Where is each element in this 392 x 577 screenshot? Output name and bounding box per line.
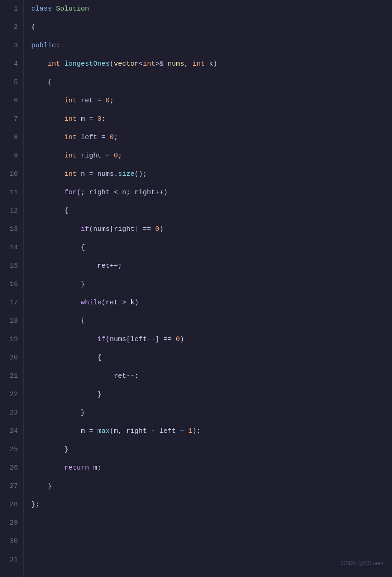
token: 0: [110, 134, 114, 141]
line-number: 3: [0, 37, 18, 55]
token: );: [192, 427, 201, 435]
line-number: 10: [0, 165, 18, 184]
line-number: 30: [0, 532, 18, 551]
token: [31, 115, 64, 123]
token: [31, 336, 97, 343]
line-number: 14: [0, 239, 18, 257]
code-line: int right = 0;: [31, 147, 392, 165]
token: Solution: [56, 5, 89, 13]
token: [31, 464, 64, 472]
token: ;: [101, 115, 106, 123]
token: int: [48, 60, 60, 68]
token: [31, 170, 64, 178]
code-line: }: [31, 275, 392, 294]
line-number: 6: [0, 92, 18, 110]
token: for: [64, 189, 77, 196]
code-line: {: [31, 312, 392, 331]
code-line: ret--;: [31, 367, 392, 386]
token: left =: [77, 134, 110, 141]
token: right =: [77, 152, 114, 160]
code-line: for(; right < n; right++): [31, 184, 392, 202]
line-number: 25: [0, 441, 18, 459]
code-line: int n = nums.size();: [31, 165, 392, 184]
token: int: [64, 170, 77, 178]
token: class: [31, 5, 56, 13]
token: int: [64, 134, 77, 141]
token: [31, 299, 81, 307]
token: }: [31, 446, 68, 454]
token: int: [64, 97, 77, 105]
line-number: 23: [0, 404, 18, 422]
token: ;: [118, 152, 122, 160]
token: ret =: [77, 97, 106, 105]
token: n = nums.: [77, 170, 118, 178]
code-line: }: [31, 441, 392, 459]
token: {: [31, 23, 35, 31]
token: }: [31, 391, 101, 398]
code-line: [31, 532, 392, 551]
code-line: };: [31, 496, 392, 514]
code-line: {: [31, 73, 392, 92]
token: vector: [114, 60, 139, 68]
token: 1: [188, 427, 192, 435]
line-number: 22: [0, 386, 18, 404]
code-body: class Solution{public: int longestOnes(v…: [24, 0, 392, 577]
code-line: int longestOnes(vector<int>& nums, int k…: [31, 55, 392, 73]
token: max: [97, 427, 110, 435]
token: [60, 60, 64, 68]
line-number: 24: [0, 422, 18, 441]
token: if: [81, 225, 89, 233]
token: if: [97, 336, 106, 343]
token: (; right < n; right++): [77, 189, 168, 196]
token: int: [64, 152, 77, 160]
code-line: public:: [31, 37, 392, 55]
code-line: int m = 0;: [31, 110, 392, 129]
token: <: [139, 60, 143, 68]
token: {: [31, 354, 101, 362]
code-line: {: [31, 349, 392, 367]
line-number: 21: [0, 367, 18, 386]
token: 0: [155, 225, 159, 233]
code-line: {: [31, 18, 392, 37]
code-line: int left = 0;: [31, 129, 392, 147]
code-line: {: [31, 202, 392, 220]
token: {: [31, 244, 85, 252]
line-number: 4: [0, 55, 18, 73]
line-number: 16: [0, 275, 18, 294]
token: }: [31, 482, 52, 490]
token: [31, 152, 64, 160]
line-number: 1: [0, 0, 18, 18]
token: (: [110, 60, 114, 68]
line-number: 7: [0, 110, 18, 129]
token: :: [56, 42, 60, 50]
token: [31, 225, 81, 233]
line-number: 18: [0, 312, 18, 331]
token: }: [31, 280, 85, 288]
token: public: [31, 42, 56, 50]
token: };: [31, 501, 39, 509]
line-number: 27: [0, 477, 18, 496]
token: longestOnes: [64, 60, 110, 68]
token: >&: [155, 60, 168, 68]
token: 0: [114, 152, 118, 160]
line-number: 11: [0, 184, 18, 202]
line-number: 13: [0, 220, 18, 239]
token: int: [64, 115, 77, 123]
code-line: [31, 551, 392, 569]
token: {: [31, 78, 52, 86]
code-line: ret++;: [31, 257, 392, 275]
line-number-gutter: 1234567891011121314151617181920212223242…: [0, 0, 24, 577]
line-number: 26: [0, 459, 18, 477]
token: ret--;: [31, 372, 139, 380]
line-number: 8: [0, 129, 18, 147]
line-number: 9: [0, 147, 18, 165]
code-line: }: [31, 477, 392, 496]
token: [31, 189, 64, 196]
line-number: 2: [0, 18, 18, 37]
token: return: [64, 464, 89, 472]
line-number: 17: [0, 294, 18, 312]
token: ,: [184, 60, 192, 68]
token: ret++;: [31, 262, 122, 270]
token: m;: [89, 464, 101, 472]
line-number: 28: [0, 496, 18, 514]
